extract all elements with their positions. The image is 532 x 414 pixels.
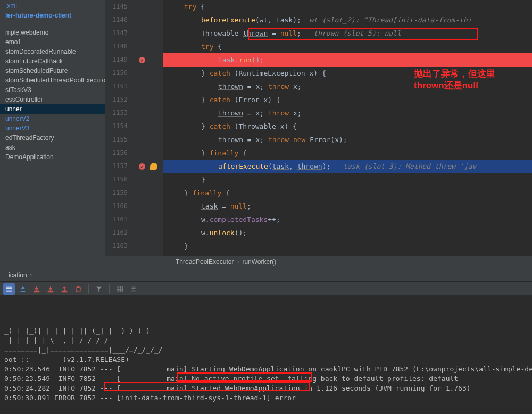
toolbar-separator: [109, 284, 110, 294]
console-log-line: 0:50:23.546 INFO 7852 --- [ main] Starti…: [4, 365, 528, 374]
tree-item-9[interactable]: essController: [0, 95, 105, 104]
tree-item-4[interactable]: stomDecoratedRunnable: [0, 47, 105, 56]
line-number: 1162: [105, 226, 128, 239]
annotation-line2: thrown还是null: [414, 80, 495, 92]
clear-button[interactable]: [72, 283, 84, 295]
tree-item-8[interactable]: stTaskV3: [0, 85, 105, 95]
code-line-1161[interactable]: w.completedTasks++;: [163, 213, 532, 226]
tree-item-1[interactable]: ler-future-demo-client: [0, 11, 105, 20]
line-number: 1152: [105, 93, 128, 106]
console-line: _) | |_)| | | | | || (_| | ) ) ) ): [4, 326, 528, 336]
code-line-1146[interactable]: beforeExecute(wt, task); wt (slot_2): "T…: [163, 13, 532, 27]
tree-item-13[interactable]: edThreadFactory: [0, 133, 105, 143]
tree-item-0[interactable]: .xml: [0, 1, 105, 11]
line-number: 1160: [105, 200, 128, 213]
code-line-1145[interactable]: try {: [163, 0, 532, 13]
line-number: 1149: [105, 53, 128, 67]
soft-wrap-button[interactable]: [3, 283, 15, 295]
console-toolbar[interactable]: [0, 281, 532, 295]
console-log-line: 0:50:24.282 INFO 7852 --- [ main] Starte…: [4, 384, 528, 393]
code-line-1153[interactable]: thrown = x; throw x;: [163, 106, 532, 120]
tree-item-10[interactable]: unner: [0, 104, 105, 114]
tree-item-6[interactable]: stomScheduledFuture: [0, 66, 105, 76]
code-line-1154[interactable]: } catch (Throwable x) {: [163, 120, 532, 133]
scroll-to-end-button[interactable]: [17, 283, 29, 295]
tab-label: ication: [9, 271, 27, 279]
annotation-line1: 抛出了异常，但这里: [414, 68, 495, 80]
filter-button[interactable]: [93, 283, 105, 295]
code-line-1158[interactable]: }: [163, 173, 532, 186]
grid-button[interactable]: [114, 283, 126, 295]
code-line-1155[interactable]: thrown = x; throw new Error(x);: [163, 133, 532, 146]
line-number: 1153: [105, 106, 128, 120]
toolbar-separator: [88, 284, 89, 294]
close-icon[interactable]: ×: [29, 272, 32, 278]
download-button[interactable]: [31, 283, 43, 295]
line-number-gutter: 1145114611471148114911501151115211531154…: [105, 0, 137, 256]
tree-item-3[interactable]: emo1: [0, 37, 105, 47]
upload-button[interactable]: [59, 283, 70, 295]
console-log-line: 0:50:23.549 INFO 7852 --- [ main] No act…: [4, 374, 528, 384]
breadcrumb-bar[interactable]: ThreadPoolExecutor › runWorker(): [0, 256, 532, 268]
breakpoint-icon[interactable]: [139, 57, 145, 63]
console-line: ========|_|==============|___/=/_/_/_/: [4, 345, 528, 355]
console-line: |_| |_| |_\__,_| / / / /: [4, 336, 528, 345]
breakpoint-gutter[interactable]: [137, 0, 147, 256]
tree-item-14[interactable]: ask: [0, 143, 105, 152]
line-number: 1159: [105, 186, 128, 200]
line-number: 1150: [105, 67, 128, 80]
code-line-1160[interactable]: task = null;: [163, 200, 532, 213]
code-line-1159[interactable]: } finally {: [163, 186, 532, 200]
tree-item-11[interactable]: unnerV2: [0, 114, 105, 123]
code-line-1162[interactable]: w.unlock();: [163, 226, 532, 239]
code-line-1156[interactable]: } finally {: [163, 146, 532, 160]
code-line-1163[interactable]: }: [163, 239, 532, 253]
line-number: 1155: [105, 133, 128, 146]
line-number: 1161: [105, 213, 128, 226]
line-number: 1163: [105, 239, 128, 253]
tree-item-15[interactable]: DemoApplication: [0, 152, 105, 162]
tool-window-tabs[interactable]: ication ×: [0, 268, 532, 281]
line-number: 1148: [105, 40, 128, 53]
console-line: oot :: (v2.1.7.RELEASE): [4, 355, 528, 365]
annotation-text: 抛出了异常，但这里 thrown还是null: [414, 68, 495, 92]
breadcrumb-class[interactable]: ThreadPoolExecutor: [176, 258, 234, 266]
tree-item-5[interactable]: stomFutureCallBack: [0, 56, 105, 66]
line-number: 1158: [105, 173, 128, 186]
chevron-right-icon: ›: [237, 258, 239, 266]
code-line-1149[interactable]: task.run();: [163, 53, 532, 67]
line-number: 1154: [105, 120, 128, 133]
code-line-1148[interactable]: try {: [163, 40, 532, 53]
tab-application[interactable]: ication ×: [4, 270, 37, 280]
console-log-line: 0:50:30.891 ERROR 7852 --- [init-data-fr…: [4, 393, 528, 403]
fold-gutter[interactable]: [147, 0, 163, 256]
line-number: 1157: [105, 160, 128, 173]
line-number: 1147: [105, 27, 128, 40]
list-button[interactable]: [128, 283, 139, 295]
line-number: 1146: [105, 13, 128, 27]
code-line-1152[interactable]: } catch (Error x) {: [163, 93, 532, 106]
code-line-1147[interactable]: Throwable thrown = null; thrown (slot_5)…: [163, 27, 532, 40]
tree-item-12[interactable]: unnerV3: [0, 123, 105, 133]
line-number: 1151: [105, 80, 128, 93]
code-line-1157[interactable]: afterExecute(task, thrown); task (slot_3…: [163, 160, 532, 173]
line-number: 1156: [105, 146, 128, 160]
code-editor[interactable]: 抛出了异常，但这里 thrown还是null try {beforeExecut…: [163, 0, 532, 256]
intention-bulb-icon[interactable]: [150, 163, 157, 170]
tree-item-2[interactable]: mple.webdemo: [0, 28, 105, 37]
console-output[interactable]: _) | |_)| | | | | || (_| | ) ) ) ) |_| |…: [0, 295, 532, 414]
tree-item-7[interactable]: stomScheduledThreadPoolExecuto: [0, 76, 105, 85]
download-button-2[interactable]: [45, 283, 56, 295]
breakpoint-icon[interactable]: [139, 163, 145, 170]
project-tree[interactable]: .xmller-future-demo-clientmple.webdemoem…: [0, 0, 105, 256]
svg-rect-0: [117, 286, 123, 292]
line-number: 1145: [105, 0, 128, 13]
breadcrumb-method[interactable]: runWorker(): [242, 258, 276, 266]
